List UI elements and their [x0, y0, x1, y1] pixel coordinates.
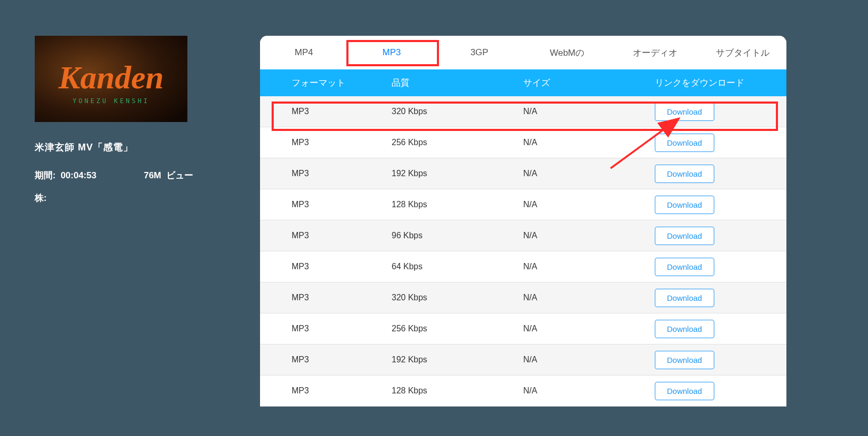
duration: 期間: 00:04:53: [35, 169, 96, 181]
download-button[interactable]: Download: [655, 258, 714, 276]
cell-link: Download: [655, 134, 786, 152]
cell-size: N/A: [523, 262, 655, 271]
table-row: MP396 KbpsN/ADownload: [260, 220, 786, 251]
format-tabs: MP4 MP3 3GP WebMの オーディオ サブタイトル: [260, 36, 786, 69]
cell-link: Download: [655, 320, 786, 338]
video-title: 米津玄師 MV「感電」: [35, 141, 224, 154]
cell-size: N/A: [523, 324, 655, 333]
table-row: MP3256 KbpsN/ADownload: [260, 127, 786, 158]
download-button[interactable]: Download: [655, 382, 714, 400]
download-button[interactable]: Download: [655, 134, 714, 152]
cell-format: MP3: [260, 324, 392, 333]
download-button[interactable]: Download: [655, 196, 714, 214]
table-body: MP3320 KbpsN/ADownloadMP3256 KbpsN/ADown…: [260, 96, 786, 407]
cell-link: Download: [655, 196, 786, 214]
download-panel: MP4 MP3 3GP WebMの オーディオ サブタイトル フォーマット 品質…: [260, 36, 786, 407]
views: 76M ビュー: [144, 169, 193, 181]
svg-text:YONEZU KENSHI: YONEZU KENSHI: [73, 97, 149, 105]
cell-format: MP3: [260, 200, 392, 209]
cell-size: N/A: [523, 138, 655, 147]
video-thumbnail[interactable]: Kanden YONEZU KENSHI: [35, 36, 187, 122]
cell-quality: 256 Kbps: [392, 138, 523, 147]
cell-format: MP3: [260, 355, 392, 364]
cell-size: N/A: [523, 169, 655, 178]
cell-quality: 128 Kbps: [392, 200, 523, 209]
cell-quality: 96 Kbps: [392, 231, 523, 240]
cell-size: N/A: [523, 231, 655, 240]
cell-format: MP3: [260, 262, 392, 271]
cell-size: N/A: [523, 107, 655, 116]
cell-quality: 128 Kbps: [392, 386, 523, 396]
video-info-sidebar: Kanden YONEZU KENSHI 米津玄師 MV「感電」 期間: 00:…: [35, 36, 224, 204]
cell-link: Download: [655, 165, 786, 183]
th-format: フォーマット: [260, 77, 392, 89]
cell-quality: 64 Kbps: [392, 262, 523, 271]
cell-link: Download: [655, 103, 786, 121]
cell-format: MP3: [260, 386, 392, 396]
download-button[interactable]: Download: [655, 227, 714, 245]
th-quality: 品質: [392, 77, 523, 89]
tab-3gp[interactable]: 3GP: [435, 36, 523, 69]
table-row: MP3256 KbpsN/ADownload: [260, 313, 786, 344]
cell-format: MP3: [260, 138, 392, 147]
tab-webm[interactable]: WebMの: [523, 36, 611, 69]
cell-size: N/A: [523, 355, 655, 364]
table-row: MP3128 KbpsN/ADownload: [260, 189, 786, 220]
svg-text:Kanden: Kanden: [58, 59, 164, 95]
cell-quality: 256 Kbps: [392, 324, 523, 333]
stock-label: 株:: [35, 192, 224, 204]
cell-format: MP3: [260, 231, 392, 240]
download-button[interactable]: Download: [655, 289, 714, 307]
th-link: リンクをダウンロード: [655, 77, 786, 89]
tab-audio[interactable]: オーディオ: [611, 36, 699, 69]
th-size: サイズ: [523, 77, 655, 89]
table-row: MP364 KbpsN/ADownload: [260, 251, 786, 282]
table-row: MP3192 KbpsN/ADownload: [260, 344, 786, 376]
cell-link: Download: [655, 351, 786, 369]
cell-format: MP3: [260, 169, 392, 178]
table-row: MP3320 KbpsN/ADownload: [260, 96, 786, 127]
cell-link: Download: [655, 258, 786, 276]
cell-quality: 192 Kbps: [392, 169, 523, 178]
download-button[interactable]: Download: [655, 351, 714, 369]
download-button[interactable]: Download: [655, 165, 714, 183]
tab-mp3[interactable]: MP3: [348, 36, 436, 69]
cell-link: Download: [655, 227, 786, 245]
tab-subtitle[interactable]: サブタイトル: [699, 36, 786, 69]
table-row: MP3128 KbpsN/ADownload: [260, 376, 786, 407]
cell-link: Download: [655, 382, 786, 400]
cell-format: MP3: [260, 293, 392, 302]
table-header: フォーマット 品質 サイズ リンクをダウンロード: [260, 69, 786, 96]
cell-size: N/A: [523, 200, 655, 209]
download-button[interactable]: Download: [655, 103, 714, 121]
cell-link: Download: [655, 289, 786, 307]
tab-mp4[interactable]: MP4: [260, 36, 348, 69]
cell-quality: 320 Kbps: [392, 107, 523, 116]
cell-quality: 192 Kbps: [392, 355, 523, 364]
cell-size: N/A: [523, 293, 655, 302]
table-row: MP3320 KbpsN/ADownload: [260, 282, 786, 313]
cell-quality: 320 Kbps: [392, 293, 523, 302]
table-row: MP3192 KbpsN/ADownload: [260, 158, 786, 189]
cell-format: MP3: [260, 107, 392, 116]
cell-size: N/A: [523, 386, 655, 396]
download-button[interactable]: Download: [655, 320, 714, 338]
